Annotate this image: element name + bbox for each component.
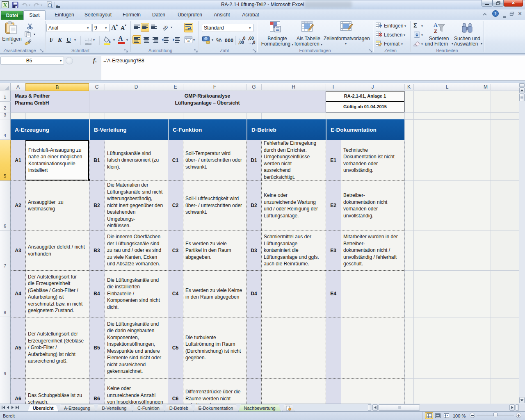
svg-text:Z: Z	[434, 28, 438, 34]
svg-text:A: A	[434, 22, 438, 28]
svg-text:X: X	[3, 2, 7, 8]
svg-text:a: a	[187, 39, 189, 43]
svg-text:?: ?	[494, 11, 497, 16]
